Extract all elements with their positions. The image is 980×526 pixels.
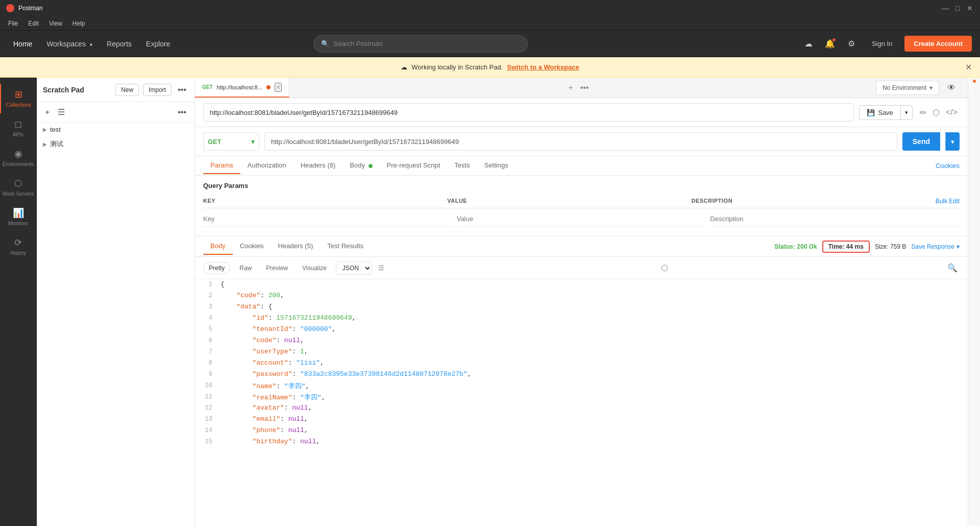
sidebar-item-history[interactable]: ⟳ History [0,232,36,261]
format-raw-button[interactable]: Raw [234,262,257,274]
sidebar-item-apis[interactable]: ◻ APIs [0,113,36,143]
more-options-button[interactable]: ••• [176,83,188,97]
rail-indicator [973,80,976,83]
request-url-input[interactable] [203,103,854,122]
code-area[interactable]: 1 { 2 "code": 200, 3 "data": { 4 "id": 1… [195,279,968,526]
cloud-icon-button[interactable]: ☁ [800,36,817,52]
add-collection-button[interactable]: + [43,106,52,119]
menu-file[interactable]: File [4,19,22,28]
format-visualize-button[interactable]: Visualize [297,262,332,274]
menu-help[interactable]: Help [68,19,89,28]
bulk-edit-button[interactable]: Bulk Edit [936,198,960,205]
resp-tab-test-results[interactable]: Test Results [320,238,371,255]
save-response-button[interactable]: Save Response ▾ [911,243,960,250]
nav-reports[interactable]: Reports [102,37,137,51]
full-url-input[interactable] [264,132,897,151]
notification-button[interactable]: 🔔 [822,36,838,52]
request-tab-0[interactable]: GET http://localhost:8... ✕ [195,78,289,98]
import-button[interactable]: Import [143,84,172,96]
sidebar-item-environments[interactable]: ◉ Environments [0,143,36,173]
code-line-13: 13 "email": null, [195,414,968,425]
scratch-pad-banner: ☁ Working locally in Scratch Pad. Switch… [0,57,980,78]
add-tab-button[interactable]: + [566,81,575,94]
tab-actions: + ••• [562,78,595,98]
params-col-value: VALUE [447,198,691,205]
main-content: GET http://localhost:8... ✕ + ••• No Env… [195,78,968,526]
format-preview-button[interactable]: Preview [261,262,293,274]
request-tabs: Params Authorization Headers (8) Body Pr… [195,156,968,176]
req-tab-headers[interactable]: Headers (8) [293,157,343,174]
value-input[interactable] [457,211,706,227]
save-button[interactable]: 💾 Save [859,105,901,120]
sidebar-item-collections[interactable]: ⊞ Collections [0,84,36,113]
code-line-7: 7 "userType": 1, [195,347,968,358]
left-panel: Scratch Pad New Import ••• + ☰ ••• ▶ tes… [37,78,195,526]
panel-more-button[interactable]: ••• [176,106,188,119]
edit-icon-button[interactable]: ✏ [918,106,928,119]
req-tab-settings[interactable]: Settings [477,157,516,174]
close-tab-button[interactable]: ✕ [275,83,282,92]
params-input-row [203,208,960,230]
nav-home[interactable]: Home [8,37,37,51]
save-icon: 💾 [867,109,875,116]
tab-more-button[interactable]: ••• [578,81,591,94]
eye-icon-button[interactable]: 👁 [943,80,960,96]
copy-response-button[interactable]: ⬡ [659,261,670,275]
resp-tab-body[interactable]: Body [203,238,233,255]
collection-test[interactable]: ▶ test [37,123,194,136]
resp-tab-headers[interactable]: Headers (5) [271,238,321,255]
nav-right: ☁ 🔔 ⚙ Sign In Create Account [800,36,972,52]
code-icon-button[interactable]: </> [944,106,960,119]
sidebar-item-monitors[interactable]: 📊 Monitors [0,202,36,232]
description-input[interactable] [710,211,960,227]
format-pretty-button[interactable]: Pretty [203,262,230,274]
time-badge: Time: 44 ms [822,241,870,253]
create-account-button[interactable]: Create Account [904,36,972,52]
req-tab-body[interactable]: Body [342,157,379,174]
sidebar-label-environments: Environments [3,161,34,168]
collection-name-testing: 测试 [50,139,63,149]
req-tab-tests[interactable]: Tests [447,157,477,174]
nav-workspaces[interactable]: Workspaces ▾ [41,37,97,51]
code-line-4: 4 "id": 1571673211948699649, [195,313,968,324]
sign-in-button[interactable]: Sign In [865,37,899,51]
switch-workspace-link[interactable]: Switch to a Workspace [507,63,579,71]
save-dropdown-button[interactable]: ▾ [901,105,913,120]
environment-selector[interactable]: No Environment ▾ [876,81,939,95]
menu-edit[interactable]: Edit [24,19,43,28]
send-dropdown-button[interactable]: ▾ [945,132,960,151]
response-toolbar: Pretty Raw Preview Visualize JSON XML Te… [195,257,968,279]
method-chevron-icon: ▾ [251,138,255,146]
maximize-button[interactable]: □ [953,4,962,12]
top-nav: Home Workspaces ▾ Reports Explore 🔍 Sear… [0,31,980,57]
menu-bar: File Edit View Help [0,16,980,31]
nav-explore[interactable]: Explore [141,37,175,51]
env-chevron-icon: ▾ [929,84,933,91]
params-header-row: KEY VALUE DESCRIPTION Bulk Edit [203,195,960,208]
chevron-right-icon: ▶ [43,127,47,132]
close-button[interactable]: ✕ [966,4,974,12]
search-bar[interactable]: 🔍 Search Postman [313,35,528,53]
sidebar-item-mock-servers[interactable]: ⬡ Mock Servers [0,173,36,202]
copy-icon-button[interactable]: ⬡ [930,106,942,119]
format-select[interactable]: JSON XML Text [336,261,372,275]
req-tab-params[interactable]: Params [203,157,240,174]
menu-view[interactable]: View [45,19,66,28]
req-tab-authorization[interactable]: Authorization [240,157,293,174]
banner-close-button[interactable]: ✕ [965,62,972,72]
cookies-link[interactable]: Cookies [936,162,960,170]
app-logo [6,4,14,12]
key-input[interactable] [203,211,453,227]
new-button[interactable]: New [115,84,139,96]
resp-tab-cookies[interactable]: Cookies [233,238,271,255]
method-select[interactable]: GET ▾ [203,132,259,151]
settings-button[interactable]: ⚙ [843,36,860,52]
minimize-button[interactable]: — [941,4,949,12]
search-response-button[interactable]: 🔍 [945,261,960,275]
collection-testing[interactable]: ▶ 测试 [37,136,194,152]
collections-icon: ⊞ [15,89,22,100]
filter-button[interactable]: ☰ [56,105,67,119]
req-tab-pre-request[interactable]: Pre-request Script [380,157,448,174]
code-line-12: 12 "avatar": null, [195,403,968,414]
send-button[interactable]: Send [902,132,940,151]
